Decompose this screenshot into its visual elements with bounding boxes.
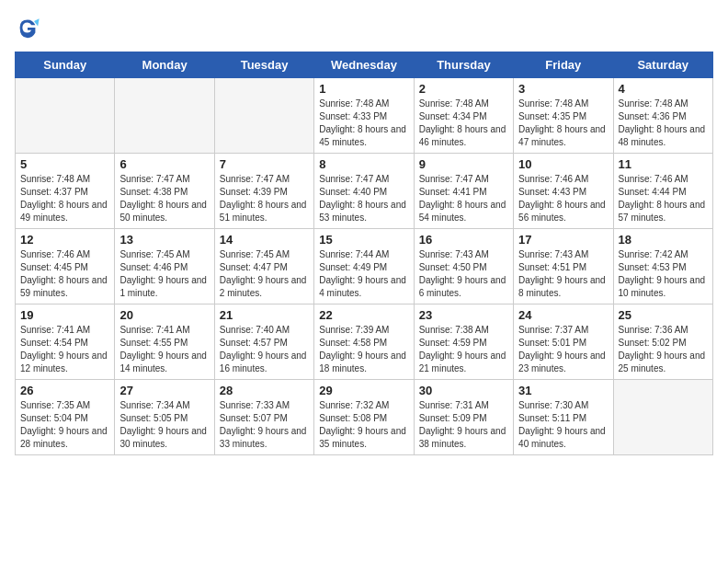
cell-content: Sunrise: 7:34 AMSunset: 5:05 PMDaylight:…	[119, 399, 209, 451]
day-number: 1	[319, 82, 408, 96]
calendar-cell	[214, 78, 313, 154]
day-number: 17	[518, 233, 608, 247]
day-number: 18	[619, 233, 708, 247]
calendar-week-3: 12Sunrise: 7:46 AMSunset: 4:45 PMDayligh…	[16, 229, 713, 304]
day-number: 27	[119, 384, 209, 397]
calendar-cell: 20Sunrise: 7:41 AMSunset: 4:55 PMDayligh…	[115, 304, 214, 380]
day-number: 3	[518, 82, 608, 96]
calendar-cell: 18Sunrise: 7:42 AMSunset: 4:53 PMDayligh…	[613, 229, 712, 304]
cell-content: Sunrise: 7:48 AMSunset: 4:37 PMDaylight:…	[20, 173, 109, 224]
calendar-cell: 3Sunrise: 7:48 AMSunset: 4:35 PMDaylight…	[514, 78, 613, 154]
cell-content: Sunrise: 7:40 AMSunset: 4:57 PMDaylight:…	[220, 324, 309, 375]
calendar-cell: 22Sunrise: 7:39 AMSunset: 4:58 PMDayligh…	[314, 304, 414, 380]
day-number: 19	[20, 308, 109, 322]
calendar: SundayMondayTuesdayWednesdayThursdayFrid…	[15, 52, 713, 455]
day-number: 8	[319, 157, 408, 171]
weekday-header-saturday: Saturday	[613, 52, 712, 78]
cell-content: Sunrise: 7:41 AMSunset: 4:54 PMDaylight:…	[20, 324, 109, 375]
cell-content: Sunrise: 7:41 AMSunset: 4:55 PMDaylight:…	[119, 324, 209, 375]
calendar-cell: 25Sunrise: 7:36 AMSunset: 5:02 PMDayligh…	[613, 304, 712, 380]
day-number: 28	[220, 384, 309, 397]
weekday-header-thursday: Thursday	[414, 52, 513, 78]
weekday-header-wednesday: Wednesday	[314, 52, 414, 78]
calendar-cell: 27Sunrise: 7:34 AMSunset: 5:05 PMDayligh…	[115, 380, 214, 455]
day-number: 6	[119, 157, 209, 171]
calendar-cell: 17Sunrise: 7:43 AMSunset: 4:51 PMDayligh…	[514, 229, 613, 304]
calendar-cell: 2Sunrise: 7:48 AMSunset: 4:34 PMDaylight…	[414, 78, 513, 154]
day-number: 16	[419, 233, 508, 247]
day-number: 31	[518, 384, 608, 397]
day-number: 14	[220, 233, 309, 247]
day-number: 10	[518, 157, 608, 171]
calendar-cell: 11Sunrise: 7:46 AMSunset: 4:44 PMDayligh…	[613, 154, 712, 229]
cell-content: Sunrise: 7:47 AMSunset: 4:39 PMDaylight:…	[220, 173, 309, 224]
cell-content: Sunrise: 7:42 AMSunset: 4:53 PMDaylight:…	[619, 248, 708, 300]
cell-content: Sunrise: 7:36 AMSunset: 5:02 PMDaylight:…	[619, 324, 708, 375]
cell-content: Sunrise: 7:38 AMSunset: 4:59 PMDaylight:…	[419, 324, 508, 375]
calendar-week-1: 1Sunrise: 7:48 AMSunset: 4:33 PMDaylight…	[16, 78, 713, 154]
weekday-header-row: SundayMondayTuesdayWednesdayThursdayFrid…	[16, 52, 713, 78]
weekday-header-sunday: Sunday	[16, 52, 115, 78]
day-number: 2	[419, 82, 508, 96]
calendar-cell: 14Sunrise: 7:45 AMSunset: 4:47 PMDayligh…	[214, 229, 313, 304]
cell-content: Sunrise: 7:30 AMSunset: 5:11 PMDaylight:…	[518, 399, 608, 451]
cell-content: Sunrise: 7:46 AMSunset: 4:45 PMDaylight:…	[20, 248, 109, 300]
calendar-cell: 13Sunrise: 7:45 AMSunset: 4:46 PMDayligh…	[115, 229, 214, 304]
calendar-cell: 12Sunrise: 7:46 AMSunset: 4:45 PMDayligh…	[16, 229, 115, 304]
calendar-cell: 28Sunrise: 7:33 AMSunset: 5:07 PMDayligh…	[214, 380, 313, 455]
calendar-cell: 7Sunrise: 7:47 AMSunset: 4:39 PMDaylight…	[214, 154, 313, 229]
logo-icon	[15, 15, 40, 40]
day-number: 11	[619, 157, 708, 171]
cell-content: Sunrise: 7:43 AMSunset: 4:51 PMDaylight:…	[518, 248, 608, 300]
day-number: 21	[220, 308, 309, 322]
day-number: 29	[319, 384, 408, 397]
calendar-cell: 6Sunrise: 7:47 AMSunset: 4:38 PMDaylight…	[115, 154, 214, 229]
day-number: 12	[20, 233, 109, 247]
cell-content: Sunrise: 7:31 AMSunset: 5:09 PMDaylight:…	[419, 399, 508, 451]
day-number: 9	[419, 157, 508, 171]
day-number: 26	[20, 384, 109, 397]
cell-content: Sunrise: 7:43 AMSunset: 4:50 PMDaylight:…	[419, 248, 508, 300]
calendar-cell: 29Sunrise: 7:32 AMSunset: 5:08 PMDayligh…	[314, 380, 414, 455]
calendar-cell: 1Sunrise: 7:48 AMSunset: 4:33 PMDaylight…	[314, 78, 414, 154]
calendar-cell: 31Sunrise: 7:30 AMSunset: 5:11 PMDayligh…	[514, 380, 613, 455]
cell-content: Sunrise: 7:37 AMSunset: 5:01 PMDaylight:…	[518, 324, 608, 375]
cell-content: Sunrise: 7:47 AMSunset: 4:38 PMDaylight:…	[119, 173, 209, 224]
calendar-week-2: 5Sunrise: 7:48 AMSunset: 4:37 PMDaylight…	[16, 154, 713, 229]
day-number: 24	[518, 308, 608, 322]
day-number: 4	[619, 82, 708, 96]
cell-content: Sunrise: 7:33 AMSunset: 5:07 PMDaylight:…	[220, 399, 309, 451]
day-number: 23	[419, 308, 508, 322]
calendar-cell: 9Sunrise: 7:47 AMSunset: 4:41 PMDaylight…	[414, 154, 513, 229]
page-header	[15, 15, 713, 40]
cell-content: Sunrise: 7:48 AMSunset: 4:34 PMDaylight:…	[419, 98, 508, 149]
calendar-cell: 10Sunrise: 7:46 AMSunset: 4:43 PMDayligh…	[514, 154, 613, 229]
calendar-cell: 26Sunrise: 7:35 AMSunset: 5:04 PMDayligh…	[16, 380, 115, 455]
calendar-cell: 8Sunrise: 7:47 AMSunset: 4:40 PMDaylight…	[314, 154, 414, 229]
calendar-week-4: 19Sunrise: 7:41 AMSunset: 4:54 PMDayligh…	[16, 304, 713, 380]
day-number: 7	[220, 157, 309, 171]
cell-content: Sunrise: 7:48 AMSunset: 4:36 PMDaylight:…	[619, 98, 708, 149]
cell-content: Sunrise: 7:32 AMSunset: 5:08 PMDaylight:…	[319, 399, 408, 451]
calendar-cell: 24Sunrise: 7:37 AMSunset: 5:01 PMDayligh…	[514, 304, 613, 380]
cell-content: Sunrise: 7:35 AMSunset: 5:04 PMDaylight:…	[20, 399, 109, 451]
cell-content: Sunrise: 7:48 AMSunset: 4:33 PMDaylight:…	[319, 98, 408, 149]
day-number: 13	[119, 233, 209, 247]
day-number: 22	[319, 308, 408, 322]
weekday-header-tuesday: Tuesday	[214, 52, 313, 78]
day-number: 25	[619, 308, 708, 322]
cell-content: Sunrise: 7:45 AMSunset: 4:46 PMDaylight:…	[119, 248, 209, 300]
day-number: 15	[319, 233, 408, 247]
calendar-cell: 16Sunrise: 7:43 AMSunset: 4:50 PMDayligh…	[414, 229, 513, 304]
calendar-cell: 5Sunrise: 7:48 AMSunset: 4:37 PMDaylight…	[16, 154, 115, 229]
calendar-week-5: 26Sunrise: 7:35 AMSunset: 5:04 PMDayligh…	[16, 380, 713, 455]
calendar-cell: 21Sunrise: 7:40 AMSunset: 4:57 PMDayligh…	[214, 304, 313, 380]
cell-content: Sunrise: 7:48 AMSunset: 4:35 PMDaylight:…	[518, 98, 608, 149]
weekday-header-friday: Friday	[514, 52, 613, 78]
calendar-cell: 15Sunrise: 7:44 AMSunset: 4:49 PMDayligh…	[314, 229, 414, 304]
calendar-cell	[115, 78, 214, 154]
cell-content: Sunrise: 7:46 AMSunset: 4:43 PMDaylight:…	[518, 173, 608, 224]
cell-content: Sunrise: 7:47 AMSunset: 4:41 PMDaylight:…	[419, 173, 508, 224]
calendar-cell: 19Sunrise: 7:41 AMSunset: 4:54 PMDayligh…	[16, 304, 115, 380]
cell-content: Sunrise: 7:39 AMSunset: 4:58 PMDaylight:…	[319, 324, 408, 375]
